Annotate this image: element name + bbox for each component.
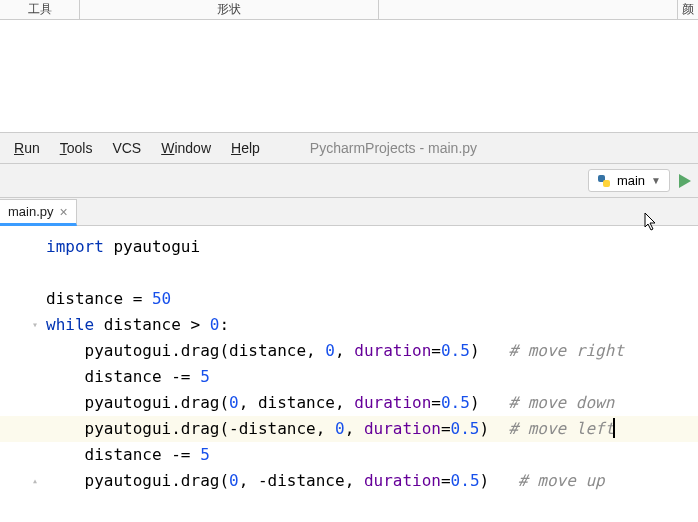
run-config-label: main — [617, 173, 645, 188]
fold-end-icon[interactable]: ▴ — [32, 468, 38, 494]
menu-help[interactable]: Help — [221, 136, 270, 160]
ide-toolbar: main ▼ — [0, 164, 698, 198]
file-tab-main[interactable]: main.py × — [0, 199, 77, 226]
paint-tab-empty[interactable] — [379, 0, 678, 19]
run-button[interactable] — [678, 173, 692, 189]
run-config-selector[interactable]: main ▼ — [588, 169, 670, 192]
project-title: PycharmProjects - main.py — [310, 140, 477, 156]
python-icon — [597, 174, 611, 188]
close-icon[interactable]: × — [60, 205, 68, 219]
canvas-spacer — [0, 20, 698, 132]
chevron-down-icon: ▼ — [651, 175, 661, 186]
ide-menubar: Run Tools VCS Window Help PycharmProject… — [0, 132, 698, 164]
paint-tab-shape[interactable]: 形状 — [80, 0, 379, 19]
play-icon — [678, 173, 692, 189]
paint-tab-tools[interactable]: 工具 — [0, 0, 80, 19]
menu-vcs[interactable]: VCS — [102, 136, 151, 160]
menu-tools[interactable]: Tools — [50, 136, 103, 160]
text-caret — [613, 418, 615, 438]
fold-icon[interactable]: ▾ — [32, 312, 38, 338]
code-editor[interactable]: import pyautogui distance = 50 ▾while di… — [0, 226, 698, 522]
menu-window[interactable]: Window — [151, 136, 221, 160]
menu-run[interactable]: Run — [4, 136, 50, 160]
editor-tabs: main.py × — [0, 198, 698, 226]
paint-tabs: 工具 形状 颜 — [0, 0, 698, 20]
paint-tab-colors[interactable]: 颜 — [678, 0, 698, 19]
file-tab-label: main.py — [8, 204, 54, 219]
